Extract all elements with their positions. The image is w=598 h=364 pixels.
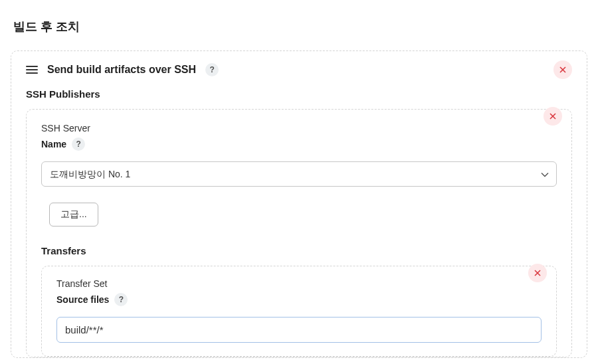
step-header: Send build artifacts over SSH ?	[26, 63, 572, 76]
ssh-publisher-container: SSH Server Name ? 도깨비방망이 No. 1 고급... Tra…	[26, 109, 572, 357]
close-icon	[559, 66, 567, 74]
ssh-server-title: SSH Server	[41, 123, 557, 134]
ssh-server-select-wrap: 도깨비방망이 No. 1	[41, 161, 557, 187]
transfer-set-title: Transfer Set	[56, 278, 542, 289]
ssh-publishers-label: SSH Publishers	[26, 88, 572, 100]
advanced-button[interactable]: 고급...	[49, 203, 98, 227]
help-icon[interactable]: ?	[114, 293, 128, 306]
drag-handle-icon[interactable]	[26, 66, 38, 74]
ssh-server-select[interactable]: 도깨비방망이 No. 1	[41, 161, 557, 187]
close-icon	[534, 269, 542, 277]
page-title: 빌드 후 조치	[11, 19, 587, 35]
remove-publisher-button[interactable]	[544, 107, 562, 126]
close-icon	[549, 112, 557, 120]
source-files-label-row: Source files ?	[56, 293, 542, 306]
post-build-step-container: Send build artifacts over SSH ? SSH Publ…	[11, 50, 587, 358]
step-title: Send build artifacts over SSH	[47, 64, 196, 76]
name-label: Name	[41, 139, 66, 149]
help-icon[interactable]: ?	[72, 137, 85, 151]
transfers-label: Transfers	[41, 245, 557, 256]
transfer-set-container: Transfer Set Source files ?	[41, 266, 557, 357]
source-files-input[interactable]	[56, 317, 542, 343]
source-files-label: Source files	[56, 294, 109, 305]
name-label-row: Name ?	[41, 137, 557, 151]
remove-step-button[interactable]	[553, 60, 572, 79]
remove-transfer-button[interactable]	[528, 264, 547, 282]
help-icon[interactable]: ?	[205, 63, 219, 76]
